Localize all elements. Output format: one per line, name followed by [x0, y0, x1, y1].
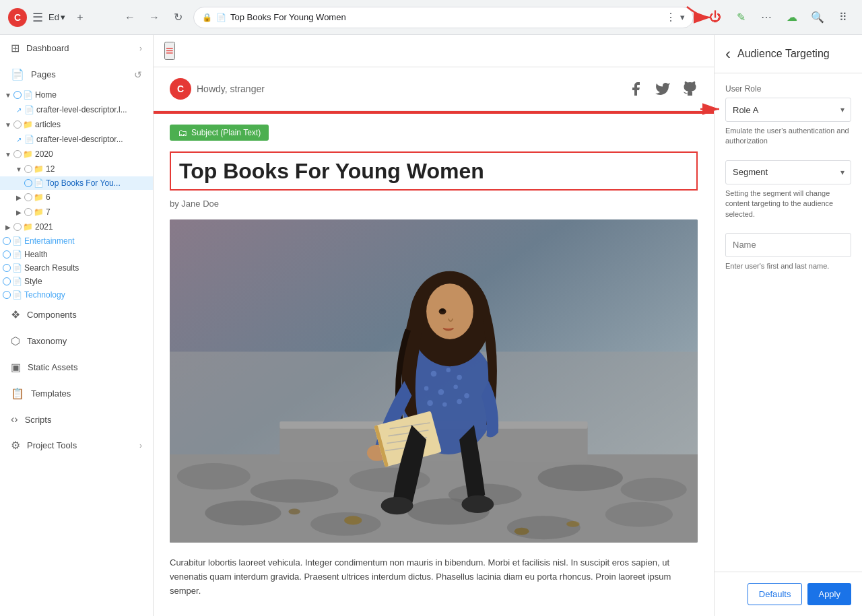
home-expand-icon[interactable]: ▼	[3, 90, 13, 100]
address-menu-icon[interactable]: ⋮	[665, 11, 676, 24]
7-expand-icon[interactable]: ▶	[13, 207, 24, 217]
tree-item-descriptor1[interactable]: ↗ 📄 crafter-level-descriptor.l...	[0, 102, 153, 117]
svg-point-26	[457, 399, 462, 405]
templates-label: Templates	[31, 388, 142, 399]
svg-point-13	[605, 502, 673, 527]
2020-folder-icon: 📁	[23, 149, 33, 159]
tree-item-entertainment[interactable]: 📄 Entertainment	[0, 234, 153, 248]
2021-circle-icon	[13, 223, 22, 231]
pages-header[interactable]: 📄 Pages ↺	[0, 61, 153, 88]
social-icons	[628, 81, 698, 97]
grid-button[interactable]: ⋯	[756, 7, 777, 28]
new-tab-button[interactable]: +	[71, 8, 90, 27]
site-logo: C Howdy, stranger	[170, 78, 265, 100]
apply-button[interactable]: Apply	[807, 583, 851, 605]
sidebar-item-components[interactable]: ❖ Components	[0, 302, 153, 328]
svg-point-8	[621, 478, 687, 502]
user-role-group: User Role Role A Role B Guest ▾ Emulate …	[725, 84, 851, 147]
12-expand-icon[interactable]: ▼	[13, 164, 24, 174]
tree-item-style[interactable]: 📄 Style	[0, 275, 153, 288]
user-role-hint: Emulate the user's authentication and au…	[725, 126, 851, 147]
tree-item-articles[interactable]: ▼ 📁 articles	[0, 117, 153, 132]
hamburger-button[interactable]: ≡	[164, 42, 175, 60]
defaults-button[interactable]: Defaults	[748, 583, 803, 605]
tree-item-2020[interactable]: ▼ 📁 2020	[0, 147, 153, 162]
tree-item-top-books[interactable]: 📄 Top Books For You...	[0, 176, 153, 190]
style-circle-icon	[3, 277, 11, 285]
7-label: 7	[46, 207, 147, 217]
github-icon[interactable]	[682, 81, 698, 97]
sidebar-item-scripts[interactable]: ‹› Scripts	[0, 407, 153, 432]
2021-label: 2021	[35, 222, 147, 232]
2021-expand-icon[interactable]: ▶	[3, 221, 13, 232]
6-label: 6	[46, 193, 147, 202]
descriptor2-label: crafter-level-descriptor...	[36, 135, 147, 144]
refresh-button[interactable]: ↻	[169, 8, 188, 27]
tree-item-health[interactable]: 📄 Health	[0, 248, 153, 261]
sidebar-item-taxonomy[interactable]: ⬡ Taxonomy	[0, 328, 153, 354]
main-layout: ⊞ Dashboard › 📄 Pages ↺ ▼ 📄 Home ↗	[0, 35, 862, 616]
segment-select-wrapper: Segment Segment A Segment B ▾	[725, 160, 851, 184]
facebook-icon[interactable]	[628, 81, 644, 97]
pages-refresh-icon[interactable]: ↺	[134, 69, 142, 80]
svg-point-31	[440, 309, 445, 312]
svg-point-9	[205, 501, 281, 526]
panel-back-button[interactable]: ‹	[725, 46, 731, 62]
tree-item-7[interactable]: ▶ 📁 7	[0, 205, 153, 219]
address-bar[interactable]: 🔒 📄 Top Books For Young Women ⋮ ▾	[193, 7, 694, 28]
sidebar-item-static-assets[interactable]: ▣ Static Assets	[0, 354, 153, 380]
static-assets-label: Static Assets	[28, 362, 142, 372]
12-circle-icon	[24, 165, 32, 173]
technology-label: Technology	[24, 290, 147, 300]
svg-rect-2	[170, 454, 698, 543]
searchresults-page-icon: 📄	[12, 263, 22, 273]
subject-tag-icon: 🗂	[178, 127, 187, 138]
name-input[interactable]	[725, 233, 851, 257]
tree-item-search-results[interactable]: 📄 Search Results	[0, 261, 153, 275]
sidebar: ⊞ Dashboard › 📄 Pages ↺ ▼ 📄 Home ↗	[0, 35, 154, 616]
back-button[interactable]: ←	[121, 8, 139, 27]
apps-button[interactable]: ⠿	[832, 7, 854, 28]
browser-bar: C ☰ Ed ▾ + ← → ↻ 🔒 📄 Top Books For Young…	[0, 0, 862, 35]
svg-point-20	[424, 386, 429, 391]
project-tools-label: Project Tools	[27, 440, 133, 450]
tree-item-6[interactable]: ▶ 📁 6	[0, 190, 153, 205]
article-title-wrapper: Top Books For Young Women	[170, 151, 698, 191]
subject-tag[interactable]: 🗂 Subject (Plain Text)	[170, 125, 269, 141]
article-title[interactable]: Top Books For Young Women	[171, 153, 696, 189]
svg-point-29	[426, 284, 473, 340]
tree-item-2021[interactable]: ▶ 📁 2021	[0, 219, 153, 234]
6-expand-icon[interactable]: ▶	[13, 192, 24, 203]
articles-expand-icon[interactable]: ▼	[3, 119, 13, 130]
search-button[interactable]: 🔍	[807, 7, 828, 28]
browser-menu-icon[interactable]: ☰	[32, 10, 43, 25]
sidebar-item-project-tools[interactable]: ⚙ Project Tools ›	[0, 432, 153, 458]
svg-point-39	[381, 497, 413, 514]
2020-label: 2020	[35, 149, 147, 159]
svg-point-43	[288, 509, 300, 515]
dashboard-icon: ⊞	[11, 42, 20, 55]
2020-expand-icon[interactable]: ▼	[3, 149, 13, 160]
panel-header: ‹ Audience Targeting	[715, 35, 862, 73]
user-role-select-wrapper: Role A Role B Guest ▾	[725, 98, 851, 122]
forward-button[interactable]: →	[145, 8, 164, 27]
twitter-icon[interactable]	[655, 81, 671, 97]
tree-item-descriptor2[interactable]: ↗ 📄 crafter-level-descriptor...	[0, 132, 153, 147]
cloud-button[interactable]: ☁	[781, 7, 803, 28]
power-button[interactable]: ⏻	[704, 7, 726, 28]
templates-icon: 📋	[11, 387, 24, 400]
tree-item-technology[interactable]: 📄 Technology	[0, 288, 153, 302]
panel-title: Audience Targeting	[737, 48, 830, 60]
sidebar-item-templates[interactable]: 📋 Templates	[0, 380, 153, 407]
dashboard-arrow-icon: ›	[139, 44, 142, 53]
tree-item-12[interactable]: ▼ 📁 12	[0, 162, 153, 176]
user-role-select[interactable]: Role A Role B Guest	[725, 98, 851, 122]
edit-button[interactable]: ✎	[730, 7, 752, 28]
address-caret-icon[interactable]: ▾	[680, 12, 685, 22]
sidebar-item-dashboard[interactable]: ⊞ Dashboard ›	[0, 35, 153, 61]
browser-user[interactable]: Ed ▾	[48, 12, 65, 22]
segment-select[interactable]: Segment Segment A Segment B	[725, 160, 851, 184]
scripts-label: Scripts	[25, 415, 142, 425]
tree-item-home[interactable]: ▼ 📄 Home	[0, 88, 153, 102]
12-label: 12	[46, 164, 147, 174]
